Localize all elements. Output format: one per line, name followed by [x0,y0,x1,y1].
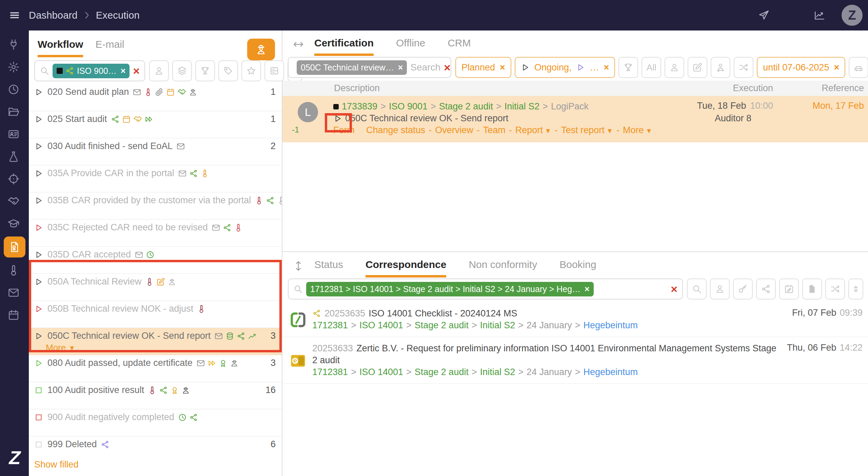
action-link-team[interactable]: Team [483,124,506,136]
sidebar-item-certification-document[interactable] [4,236,25,257]
workflow-search-tag[interactable]: ISO 900… × [53,64,130,78]
correspondence-search-tag[interactable]: 1712381 > ISO 14001 > Stage 2 audit > In… [306,282,594,296]
resize-vertical-icon[interactable] [293,260,304,272]
action-link-overview[interactable]: Overview [435,124,473,136]
chip-close-icon[interactable]: × [834,62,839,73]
workflow-filter-button-card-lines[interactable] [264,60,284,81]
more-link[interactable]: More▼ [46,343,276,353]
action-link-more[interactable]: More ▼ [623,124,652,136]
workflow-row[interactable]: 050C Technical review OK - Send report3M… [29,328,282,355]
tag-close-icon[interactable]: × [585,284,590,294]
correspondence-button-sort-carets[interactable] [848,278,863,299]
tab-non-conformity[interactable]: Non conformity [469,259,537,275]
workflow-row[interactable]: 035B CAR provided by the customer via th… [29,192,282,220]
header-execution[interactable]: Execution [661,83,773,94]
clear-search-icon[interactable]: × [671,283,677,295]
breadcrumb-segment[interactable]: ISO 14001 [359,319,403,331]
breadcrumb-segment[interactable]: Stage 2 audit [439,101,493,112]
workflow-row[interactable]: 020 Send audit plan1 [29,84,282,111]
breadcrumb-segment[interactable]: 1712381 [312,366,348,378]
certification-search-input[interactable]: 050C Technical review… × Search × [288,57,451,78]
workflow-row[interactable]: 050A Technical Review [29,274,282,301]
filter-chip[interactable]: Ongoing,…× [515,57,615,78]
certification-filter-button-person[interactable] [665,57,684,78]
breadcrumb-segment[interactable]: Stage 2 audit [415,366,469,378]
action-link-form[interactable]: Form [333,124,355,136]
tab-status[interactable]: Status [314,259,343,275]
breadcrumb-segment[interactable]: 1712381 [312,319,348,331]
show-filled-link[interactable]: Show filled [29,455,282,476]
chip-close-icon[interactable]: × [500,62,505,73]
correspondence-button-share[interactable] [756,278,776,299]
filter-chip[interactable]: until 07-06-2025× [757,57,845,78]
correspondence-button-key[interactable] [733,278,753,299]
correspondence-button-person[interactable] [710,278,730,299]
breadcrumb-segment[interactable]: Initial S2 [505,101,540,112]
breadcrumb-dashboard[interactable]: Dashboard [29,10,78,21]
filter-chip[interactable]: Planned× [455,57,511,78]
certification-filter-button-All[interactable]: All [642,57,661,78]
workflow-filter-button-tag[interactable] [218,60,238,81]
sidebar-item-id-card[interactable] [4,125,23,144]
sidebar-item-flask[interactable] [4,147,23,166]
workflow-row[interactable]: 050B Technical review NOK - adjust [29,301,282,328]
workflow-search-input[interactable]: ISO 900… × × [34,60,145,81]
workflow-filter-button-layers[interactable] [172,60,192,81]
breadcrumb-segment[interactable]: ISO 9001 [389,101,428,112]
sidebar-item-clock[interactable] [4,80,23,99]
workflow-row[interactable]: 035C Rejected CAR need to be revised [29,220,282,247]
tab-email[interactable]: E-mail [95,39,124,55]
workflow-row[interactable]: 035A Provide CAR in the portal [29,165,282,192]
certification-filter-button-shuffle[interactable] [734,57,753,78]
workflow-filter-button-person[interactable] [149,60,169,81]
sidebar-item-plug[interactable] [4,35,23,54]
sidebar-item-handshake[interactable] [4,192,23,211]
correspondence-button-calendar-edit[interactable] [779,278,799,299]
resize-horizontal-icon[interactable] [293,39,304,50]
breadcrumb-segment[interactable]: Initial S2 [480,319,515,331]
action-link-test-report[interactable]: Test report ▼ [561,124,613,136]
workflow-row[interactable]: 900 Audit negatively completed [29,409,282,436]
breadcrumb-segment[interactable]: Stage 2 audit [415,319,469,331]
workflow-row[interactable]: 025 Start audit1 [29,111,282,138]
sidebar-item-target[interactable] [4,169,23,188]
table-row[interactable]: L -1 1733839>ISO 9001>Stage 2 audit>Init… [282,96,868,142]
sidebar-item-settings[interactable] [4,58,23,77]
send-button[interactable] [758,9,770,21]
sidebar-item-calendar[interactable] [4,306,23,325]
sidebar-item-folder[interactable] [4,102,23,121]
correspondence-button-magnifier[interactable] [687,278,707,299]
auditor-filter-button[interactable] [247,39,275,60]
breadcrumb-segment[interactable]: 1733839 [342,101,377,112]
menu-button[interactable] [0,9,29,21]
correspondence-button-document[interactable] [802,278,822,299]
entity-link[interactable]: Hegebeintum [583,319,638,331]
tag-close-icon[interactable]: × [398,63,403,73]
certification-filter-button-edit[interactable] [688,57,707,78]
sidebar-item-graduation-cap[interactable] [4,214,23,233]
certification-filter-button-trophy[interactable] [618,57,638,78]
certification-filter-button-car[interactable] [849,57,868,78]
workflow-filter-button-trophy[interactable] [195,60,215,81]
action-link-change-status[interactable]: Change status [366,124,425,136]
analytics-button[interactable] [814,9,825,21]
workflow-row[interactable]: 100 Audit positive result16 [29,382,282,409]
tag-close-icon[interactable]: × [121,66,126,76]
action-link-report[interactable]: Report ▼ [515,124,551,136]
header-reference[interactable]: Reference [773,83,868,94]
certification-search-tag[interactable]: 050C Technical review… × [297,60,407,75]
correspondence-search-input[interactable]: 1712381 > ISO 14001 > Stage 2 audit > In… [288,278,683,299]
sidebar-item-mail[interactable] [4,283,23,302]
list-item[interactable]: 20253633Zertic B.V. - Request for prelim… [282,337,868,384]
tab-booking[interactable]: Booking [559,259,596,275]
breadcrumb-segment[interactable]: Initial S2 [480,366,515,378]
entity-link[interactable]: Hegebeintum [583,366,638,378]
certification-filter-button-person-role[interactable] [711,57,730,78]
clear-search-icon[interactable]: × [133,65,140,77]
correspondence-button-shuffle[interactable] [825,278,845,299]
tab-workflow[interactable]: Workflow [38,39,83,57]
workflow-filter-button-star[interactable] [241,60,261,81]
tab-certification[interactable]: Certification [314,37,374,56]
list-item[interactable]: 20253635ISO 14001 Checklist - 20240124 M… [282,302,868,337]
workflow-row[interactable]: 080 Audit passed, update certificate3 [29,355,282,382]
